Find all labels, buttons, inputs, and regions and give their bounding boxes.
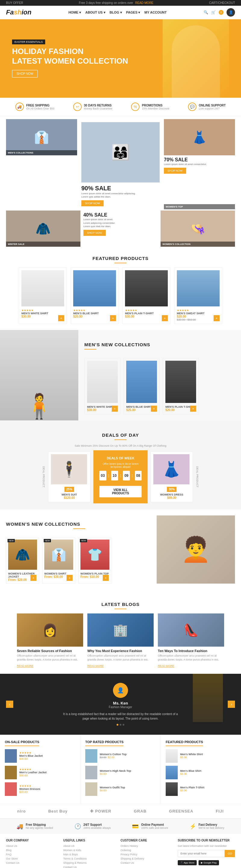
testimonial-dot-3[interactable] bbox=[123, 724, 125, 726]
nav-about[interactable]: ABOUT US ▾ bbox=[85, 10, 105, 14]
footer-shipping-icon: 🚚 bbox=[16, 823, 23, 830]
sale-70-shop-btn[interactable]: SHOP NOW bbox=[164, 168, 186, 174]
blogs-section: LATEST BLOGS 👩 Seven Reliable Sources of… bbox=[0, 590, 241, 674]
womens-model-area: 🧑‍🦱 bbox=[157, 516, 235, 584]
footer-newsletter-col: SUBSCRIBE TO OUR NEWSLETTER Get latest i… bbox=[178, 839, 235, 868]
blog-read-more-1[interactable]: READ MORE bbox=[17, 664, 33, 668]
womens-cart-1[interactable]: + bbox=[30, 575, 36, 581]
brand-fiji: FIJI bbox=[216, 809, 223, 813]
mens-collection-label: MEN'S COLLECTIONS bbox=[6, 150, 77, 155]
feature-promotions-title: PROMOTIONS bbox=[142, 104, 169, 107]
footer-company-item-2[interactable]: Blog bbox=[6, 849, 63, 852]
cart-icon[interactable]: 🛒 bbox=[211, 10, 216, 14]
footer-customer-item-3[interactable]: Privacy Policy bbox=[120, 853, 178, 856]
mens-cart-3[interactable]: + bbox=[190, 406, 196, 412]
footer-customer-item-4[interactable]: Shipping & Delivery bbox=[120, 857, 178, 860]
footer-customer-title: CUSTOMER CARE bbox=[120, 839, 178, 842]
footer-company-item-3[interactable]: FAQ bbox=[6, 853, 63, 856]
product-card-3: ★★★★★ MEN'S PLAIN T-SHIRT $30.00 + bbox=[122, 268, 171, 324]
app-store-btn[interactable]: 📱 App Store bbox=[178, 860, 197, 865]
testimonial-role: Fashion Manager bbox=[60, 706, 181, 709]
footer-support-desc: 24hrs available always bbox=[83, 826, 111, 829]
sale-40-pct: 40% SALE bbox=[83, 212, 158, 218]
product-price-1: $30.00 bbox=[22, 315, 64, 318]
blog-text-1: Offcorruption ullamcorper arcu praesent … bbox=[17, 654, 83, 661]
womens-top-label: WOMEN'S TOP bbox=[164, 204, 235, 209]
user-avatar[interactable]: 👤 bbox=[227, 8, 235, 17]
feature-promotions-desc: 15% Member Discount bbox=[142, 107, 169, 110]
womens-cart-3[interactable]: + bbox=[103, 575, 109, 581]
footer-company-item-4[interactable]: Our Store bbox=[6, 857, 63, 860]
add-to-cart-3[interactable]: + bbox=[162, 315, 168, 321]
footer-useful-item-5[interactable]: Shipping & Returns bbox=[63, 861, 120, 864]
add-to-cart-4[interactable]: + bbox=[214, 315, 219, 321]
blog-read-more-2[interactable]: READ MORE bbox=[88, 664, 104, 668]
product-price-3: $30.00 bbox=[125, 315, 168, 318]
view-all-btn[interactable]: VIEW ALL PRODUCTS bbox=[99, 486, 142, 497]
nav-home[interactable]: HOME ▾ bbox=[68, 10, 81, 14]
featured-col: FEATURED PRODUCTS Men's White Shirt $3.0… bbox=[161, 735, 241, 804]
mens-products-side: MEN'S NEW COLLECTIONS MEN'S WHITE SHIRT … bbox=[78, 330, 241, 421]
google-play-btn[interactable]: ▶ Google Play bbox=[199, 860, 219, 865]
nav-account[interactable]: MY ACCOUNT bbox=[144, 10, 167, 14]
featured-footer-title: FEATURED PRODUCTS bbox=[166, 740, 203, 746]
footer-shipping-title: Free Shipping bbox=[26, 823, 53, 826]
nav-pages[interactable]: PAGES ▾ bbox=[126, 10, 140, 14]
testimonial-dot-2[interactable] bbox=[119, 724, 122, 726]
newsletter-email-input[interactable] bbox=[178, 850, 225, 857]
footer-customer-item-5[interactable]: Contact Us bbox=[120, 861, 178, 864]
blog-read-more-3[interactable]: READ MORE bbox=[158, 664, 174, 668]
testimonial-text: It is a long established fact that a rea… bbox=[60, 712, 181, 721]
testimonial-prev-btn[interactable]: ‹ bbox=[6, 701, 13, 708]
womens-card-1: NEW 🧥 WOMEN'S LEATHER JACKET From: $20.0… bbox=[6, 537, 39, 584]
mens-collection-card: 👔 MEN'S COLLECTIONS bbox=[6, 119, 77, 155]
hero-model bbox=[163, 19, 229, 98]
womens-model-bg: 🧑‍🦱 bbox=[157, 516, 235, 584]
featured-products-grid: ★★★★★ MEN'S WHITE SHIRT $30.00 + ★★★★★ M… bbox=[0, 268, 241, 330]
footer-useful-item-2[interactable]: Women & Kids bbox=[63, 849, 120, 852]
read-more-link[interactable]: READ MORE bbox=[135, 1, 153, 4]
footer-company-item-1[interactable]: About Us bbox=[6, 844, 63, 847]
mens-cart-2[interactable]: + bbox=[151, 406, 157, 412]
sale-90-shop-btn[interactable]: SHOP NOW bbox=[81, 200, 104, 206]
testimonial-avatar: 👤 bbox=[113, 683, 128, 698]
footer-customer-item-2[interactable]: Ordering bbox=[120, 849, 178, 852]
footer-useful-item-6[interactable]: Contact Us bbox=[63, 866, 120, 868]
logo[interactable]: Fashion bbox=[6, 8, 31, 16]
search-icon[interactable]: 🔍 bbox=[204, 10, 208, 14]
hero-shop-btn[interactable]: SHOP NOW bbox=[12, 70, 38, 78]
top-rated-name-1: Women's Cotton Top bbox=[100, 753, 127, 756]
footer-customer-item-1[interactable]: Orders History bbox=[120, 844, 178, 847]
promotions-icon: % bbox=[131, 102, 139, 111]
deal-right-name: WOMEN'S DRESS bbox=[153, 493, 190, 496]
hero-section: EASTER ESSENTIALS HOLIDAY FASHIONLATEST … bbox=[0, 19, 241, 98]
womens-cart-2[interactable]: + bbox=[67, 575, 73, 581]
product-name-2: MEN'S BLUE SHIRT bbox=[73, 312, 116, 315]
top-rated-price-1: $2.00 bbox=[108, 756, 115, 759]
cart-count: 0 bbox=[219, 10, 223, 15]
footer-shipping: 🚚 Free Shipping No any agents needed bbox=[16, 823, 53, 830]
blogs-title: LATEST BLOGS bbox=[6, 596, 235, 614]
testimonial-dot-1[interactable] bbox=[116, 724, 118, 726]
sale-40-shop-btn[interactable]: SHOP NOW bbox=[83, 230, 106, 236]
footer-useful-item-3[interactable]: Man & Boys bbox=[63, 853, 120, 856]
footer-shipping-text: Free Shipping No any agents needed bbox=[26, 823, 53, 829]
footer-useful-item-1[interactable]: About Us bbox=[63, 844, 120, 847]
footer-company-item-5[interactable]: Contact Us bbox=[6, 861, 63, 864]
on-sale-stars-2: ★★★★★ bbox=[19, 768, 47, 771]
testimonial-next-btn[interactable]: › bbox=[228, 701, 235, 708]
footer-payment-title: Online Payment bbox=[141, 823, 168, 826]
footer-useful-item-4[interactable]: Terms & Conditions bbox=[63, 857, 120, 860]
brand-niro: niro bbox=[17, 809, 26, 813]
womens-section: WOMEN'S NEW COLLECTIONS NEW 🧥 WOMEN'S LE… bbox=[0, 509, 241, 590]
deal-right-img: 👗 bbox=[153, 454, 190, 484]
mens-cart-1[interactable]: + bbox=[112, 406, 118, 412]
add-to-cart-2[interactable]: + bbox=[110, 315, 116, 321]
hero-title: HOLIDAY FASHIONLATEST WOMEN COLLECTION bbox=[12, 47, 128, 65]
on-sale-item-2: ★★★★★ Men's Leather Jacket $30.00 bbox=[5, 766, 75, 779]
add-to-cart-1[interactable]: + bbox=[58, 315, 64, 321]
newsletter-submit-btn[interactable]: GO bbox=[225, 850, 235, 857]
top-rated-item-3: Women's Outfit Top $6.00 bbox=[85, 782, 156, 796]
nav-blog[interactable]: BLOG ▾ bbox=[110, 10, 122, 14]
top-bar-right[interactable]: CART/CHECKOUT bbox=[209, 1, 235, 4]
